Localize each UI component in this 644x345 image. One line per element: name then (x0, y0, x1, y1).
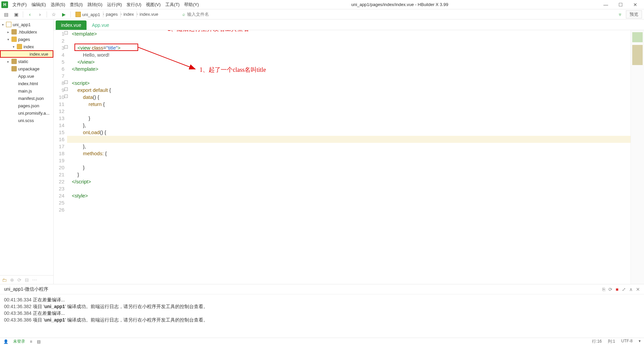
window-title: uni_app1/pages/index/index.vue - HBuilde… (201, 2, 598, 7)
filter-icon[interactable]: ▿ (616, 10, 624, 18)
console-close-icon[interactable]: ✕ (636, 287, 640, 292)
breadcrumb-item[interactable]: uni_app1 (73, 12, 102, 17)
login-status[interactable]: 未登录 (13, 339, 25, 344)
editor-tab[interactable]: App.vue (87, 20, 114, 30)
tree-item[interactable]: manifest.json (0, 95, 53, 102)
menu-item[interactable]: 工具(T) (163, 2, 182, 7)
menu-item[interactable]: 编辑(E) (29, 2, 48, 7)
tree-item[interactable]: ▸.hbuilderx (0, 28, 53, 36)
new-file-icon[interactable]: ▤ (2, 10, 10, 18)
menu-item[interactable]: 查找(I) (67, 2, 85, 7)
menu-item[interactable]: 视图(V) (144, 2, 163, 7)
menu-item[interactable]: 运行(R) (105, 2, 124, 7)
tool-icon[interactable]: ⊟ (25, 277, 29, 283)
code-editor[interactable]: 1-23-45678-9-10-111213141516171819202122… (54, 30, 644, 284)
sidebar: ▾uni_app1▸.hbuilderx▾pages▾indexindex.vu… (0, 19, 54, 284)
console-tool-icon[interactable]: ∧ (629, 287, 633, 292)
status-icon[interactable]: ▤ (37, 339, 41, 344)
tree-item[interactable]: pages.json (0, 102, 53, 109)
minimap[interactable] (631, 30, 644, 284)
encoding[interactable]: UTF-8 (621, 339, 633, 344)
folder-tool-icon[interactable]: 🗀 (2, 277, 7, 283)
editor-tabs: index.vueApp.vue (54, 19, 644, 30)
cursor-col: 列:1 (608, 339, 615, 344)
tree-item[interactable]: unpackage (0, 65, 53, 72)
console-header: uni_app1-微信小程序 ⎘ ⟳ ■ ⤢ ∧ ✕ (0, 284, 644, 294)
tree-item[interactable]: main.js (0, 87, 53, 95)
menu-item[interactable]: 帮助(Y) (182, 2, 201, 7)
main-area: ▾uni_app1▸.hbuilderx▾pages▾indexindex.vu… (0, 19, 644, 284)
menu-item[interactable]: 文件(F) (10, 2, 29, 7)
console-tool-icon[interactable]: ⟳ (608, 287, 612, 292)
menu-item[interactable]: 发行(U) (124, 2, 144, 7)
line-gutter: 1-23-45678-9-10-111213141516171819202122… (54, 30, 67, 284)
back-icon[interactable]: ‹ (26, 10, 34, 18)
minimize-icon[interactable]: — (598, 0, 613, 9)
console-stop-icon[interactable]: ■ (616, 287, 619, 292)
tree-item[interactable]: ▸static (0, 58, 53, 65)
console-title: uni_app1-微信小程序 (4, 286, 48, 292)
tree-item[interactable]: uni.scss (0, 117, 53, 124)
tree-item[interactable]: ▾pages (0, 36, 53, 43)
breadcrumb-item[interactable]: pages (104, 12, 120, 17)
breadcrumb-item[interactable]: index.vue (138, 12, 160, 17)
close-icon[interactable]: ✕ (628, 0, 643, 9)
console-tool-icon[interactable]: ⤢ (622, 287, 626, 292)
console-panel: uni_app1-微信小程序 ⎘ ⟳ ■ ⤢ ∧ ✕ 00:41:36.334 … (0, 284, 644, 338)
tree-item[interactable]: ▾index (0, 43, 53, 50)
menubar: H 文件(F)编辑(E)选择(S)查找(I)跳转(G)运行(R)发行(U)视图(… (0, 0, 644, 9)
console-output[interactable]: 00:41:36.334 正在差量编译...00:41:36.382 项目 'u… (0, 294, 644, 338)
breadcrumb-item[interactable]: index (121, 12, 136, 17)
menu-item[interactable]: 跳转(G) (85, 2, 105, 7)
tree-item[interactable]: ▾uni_app1 (0, 21, 53, 28)
forward-icon[interactable]: › (36, 10, 44, 18)
preview-button[interactable]: 预览 (626, 10, 642, 18)
tree-item[interactable]: App.vue (0, 72, 53, 80)
search-icon: ⌕ (182, 12, 185, 17)
user-icon[interactable]: 👤 (3, 339, 8, 344)
code-body[interactable]: 1、起了一个class名叫title 2、随后运行至开发者工具查看 <templ… (67, 30, 644, 284)
tool-icon[interactable]: ⟳ (17, 277, 21, 283)
toolbar: ▤ ▣ ‹ › ☆ ▶ uni_app1›pages›index›index.v… (0, 9, 644, 19)
maximize-icon[interactable]: ☐ (613, 0, 628, 9)
window-controls: — ☐ ✕ (598, 0, 643, 9)
run-icon[interactable]: ▶ (60, 10, 68, 18)
tool-icon[interactable]: ⋯ (32, 277, 37, 283)
cursor-line: 行:16 (592, 339, 602, 344)
tree-item[interactable]: uni.promisify.a... (0, 109, 53, 117)
status-icon[interactable]: ≡ (30, 339, 32, 344)
tree-item[interactable]: index.vue (0, 50, 53, 58)
tool-icon[interactable]: ⊕ (10, 277, 14, 283)
editor-area: index.vueApp.vue 1-23-45678-9-10-1112131… (54, 19, 644, 284)
editor-tab[interactable]: index.vue (56, 20, 87, 30)
status-bar: 👤 未登录 ≡ ▤ 行:16 列:1 UTF-8 ▾ (0, 338, 644, 345)
tree-item[interactable]: index.html (0, 80, 53, 87)
file-search[interactable]: ⌕ (182, 12, 234, 17)
menu-item[interactable]: 选择(S) (48, 2, 67, 7)
star-icon[interactable]: ☆ (50, 10, 58, 18)
breadcrumb: uni_app1›pages›index›index.vue (73, 11, 160, 17)
file-tree: ▾uni_app1▸.hbuilderx▾pages▾indexindex.vu… (0, 19, 53, 275)
file-search-input[interactable] (187, 12, 234, 17)
save-icon[interactable]: ▣ (12, 10, 20, 18)
status-icon[interactable]: ▾ (639, 339, 641, 344)
sidebar-tools: 🗀 ⊕ ⟳ ⊟ ⋯ (0, 275, 53, 284)
app-logo: H (1, 1, 8, 8)
console-tool-icon[interactable]: ⎘ (602, 287, 605, 292)
